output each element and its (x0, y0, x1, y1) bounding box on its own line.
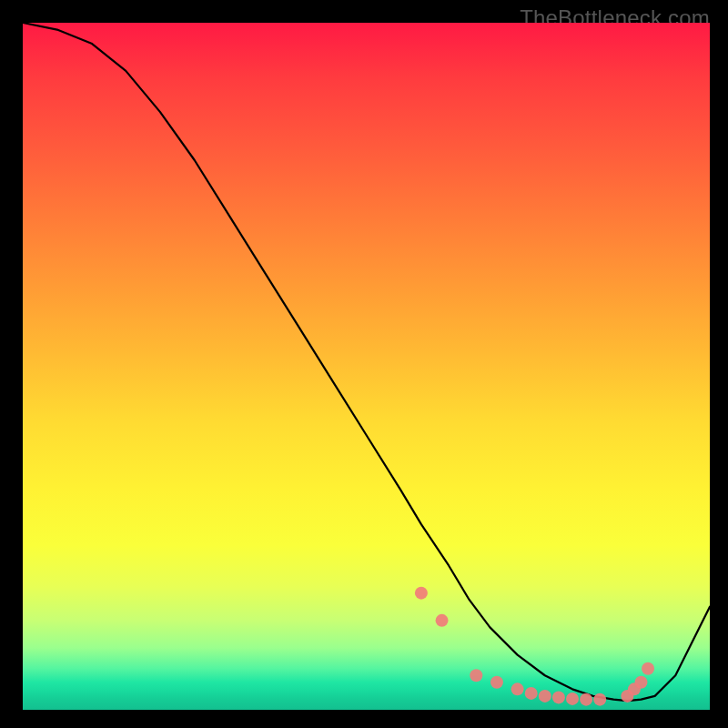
marker-dot (566, 693, 579, 705)
chart-container: TheBottleneck.com (0, 0, 728, 728)
marker-dot (525, 687, 538, 700)
marker-dot (552, 691, 565, 703)
marker-dot (470, 669, 482, 682)
marker-dot (635, 676, 648, 689)
plot-area (23, 23, 710, 710)
marker-dot (642, 662, 654, 675)
marker-dot (539, 690, 551, 703)
marker-dot (415, 587, 428, 600)
bottleneck-curve (23, 23, 710, 701)
marker-dot (490, 676, 503, 689)
marker-dots (415, 587, 654, 706)
marker-dot (436, 614, 449, 627)
chart-svg (23, 23, 710, 710)
marker-dot (580, 693, 592, 706)
marker-dot (511, 682, 524, 695)
marker-dot (593, 693, 606, 706)
